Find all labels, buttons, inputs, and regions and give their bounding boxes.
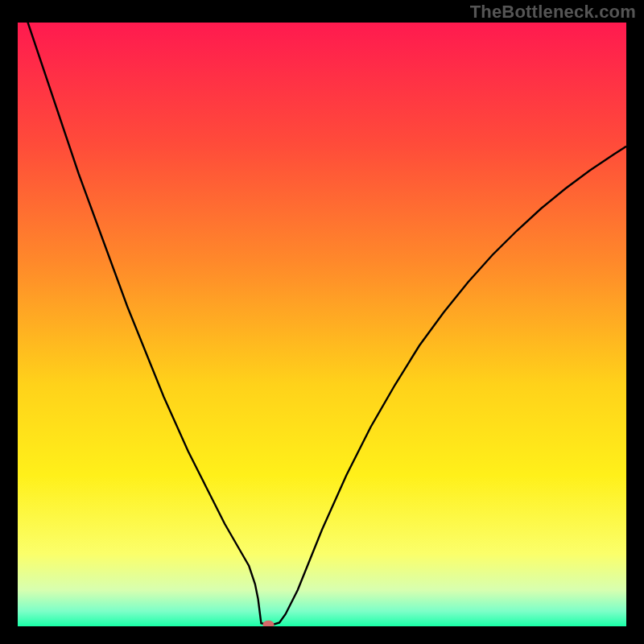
plot-background [18, 23, 626, 626]
chart-container: TheBottleneck.com [0, 0, 644, 644]
watermark-text: TheBottleneck.com [470, 2, 636, 23]
plot-svg [18, 23, 626, 626]
plot-frame [18, 23, 626, 626]
